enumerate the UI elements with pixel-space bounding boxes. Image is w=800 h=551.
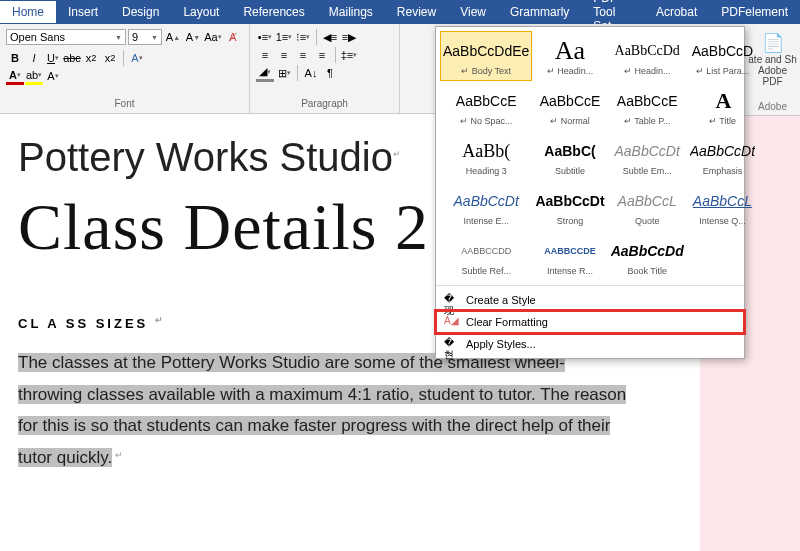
bold-button[interactable]: B [6,49,24,67]
tab-acrobat[interactable]: Acrobat [644,1,709,23]
tab-references[interactable]: References [231,1,316,23]
style--title[interactable]: A↵ Title [687,81,758,131]
style-intense-q-[interactable]: AaBbCcLIntense Q... [687,181,758,231]
style-subtle-em-[interactable]: AaBbCcDtSubtle Em... [608,131,687,181]
tab-review[interactable]: Review [385,1,448,23]
styles-gallery: AaBbCcDdEe↵ Body TextAa↵ Headin...AaBbCc… [435,26,745,359]
italic-button[interactable]: I [25,49,43,67]
align-right-icon[interactable]: ≡ [294,46,312,64]
style-subtitle[interactable]: AaBbC(Subtitle [532,131,607,181]
style--no-spac-[interactable]: AaBbCcE↵ No Spac... [440,81,532,131]
style-strong[interactable]: AaBbCcDtStrong [532,181,607,231]
apply-styles-icon: �현 [444,337,458,351]
align-left-icon[interactable]: ≡ [256,46,274,64]
style-intense-r-[interactable]: AABBCCDEIntense R... [532,231,607,281]
superscript-button[interactable]: x2 [101,49,119,67]
font-group-label: Font [6,96,243,109]
text-border-icon[interactable]: A▾ [44,67,62,85]
style--normal[interactable]: AaBbCcE↵ Normal [532,81,607,131]
grow-font-icon[interactable]: A▲ [164,28,182,46]
style-emphasis[interactable]: AaBbCcDtEmphasis [687,131,758,181]
style--list-para-[interactable]: AaBbCcD↵ List Para... [687,31,758,81]
tab-view[interactable]: View [448,1,498,23]
style-quote[interactable]: AaBbCcLQuote [608,181,687,231]
style-heading-3[interactable]: AaBb(Heading 3 [440,131,532,181]
font-name-combo[interactable]: Open Sans▼ [6,29,126,45]
eraser-icon: A◢ [444,315,458,329]
underline-button[interactable]: U▾ [44,49,62,67]
shading-icon[interactable]: ◢▾ [256,64,274,82]
indent-icon[interactable]: ≡▶ [340,28,358,46]
style-book-title[interactable]: AaBbCcDdBook Title [608,231,687,281]
outdent-icon[interactable]: ◀≡ [321,28,339,46]
numbering-icon[interactable]: 1≡▾ [275,28,293,46]
style--table-p-[interactable]: AaBbCcE↵ Table P... [608,81,687,131]
tab-grammarly[interactable]: Grammarly [498,1,581,23]
style-intense-e-[interactable]: AaBbCcDtIntense E... [440,181,532,231]
change-case-icon[interactable]: Aa▾ [204,28,222,46]
tab-home[interactable]: Home [0,1,56,23]
style--body-text[interactable]: AaBbCcDdEe↵ Body Text [440,31,532,81]
tab-pdfelement[interactable]: PDFelement [709,1,800,23]
style--headin-[interactable]: AaBbCcDd↵ Headin... [608,31,687,81]
paragraph-group: •≡▾ 1≡▾ ⁝≡▾ ◀≡ ≡▶ ≡ ≡ ≡ ≡ ‡≡▾ ◢▾ ⊞▾ A↓ ¶… [250,24,400,113]
tab-design[interactable]: Design [110,1,171,23]
show-marks-icon[interactable]: ¶ [321,64,339,82]
paragraph-group-label: Paragraph [256,96,393,109]
bullets-icon[interactable]: •≡▾ [256,28,274,46]
create-style-icon: �现 [444,293,458,307]
font-group: Open Sans▼ 9▼ A▲ A▼ Aa▾ A̸ B I U▾ abc x2… [0,24,250,113]
clear-formatting-item[interactable]: A◢Clear Formatting [436,311,744,333]
sort-icon[interactable]: A↓ [302,64,320,82]
subscript-button[interactable]: x2 [82,49,100,67]
font-color-icon[interactable]: A▾ [6,67,24,85]
doc-body-paragraph[interactable]: The classes at the Pottery Works Studio … [18,347,628,473]
borders-icon[interactable]: ⊞▾ [275,64,293,82]
tab-mailings[interactable]: Mailings [317,1,385,23]
tab-insert[interactable]: Insert [56,1,110,23]
multilevel-icon[interactable]: ⁝≡▾ [294,28,312,46]
align-center-icon[interactable]: ≡ [275,46,293,64]
create-style-item[interactable]: �现Create a Style [436,289,744,311]
style--headin-[interactable]: Aa↵ Headin... [532,31,607,81]
tab-layout[interactable]: Layout [171,1,231,23]
style-subtle-ref-[interactable]: AABBCCDDSubtle Ref... [440,231,532,281]
ribbon-tabs: HomeInsertDesignLayoutReferencesMailings… [0,0,800,24]
font-size-combo[interactable]: 9▼ [128,29,162,45]
text-effects-icon[interactable]: A▾ [128,49,146,67]
justify-icon[interactable]: ≡ [313,46,331,64]
apply-styles-item[interactable]: �현Apply Styles... [436,333,744,355]
shrink-font-icon[interactable]: A▼ [184,28,202,46]
clear-format-icon[interactable]: A̸ [224,28,242,46]
style-empty [687,231,758,281]
highlight-icon[interactable]: ab▾ [25,67,43,85]
strike-button[interactable]: abc [63,49,81,67]
line-spacing-icon[interactable]: ‡≡▾ [340,46,358,64]
